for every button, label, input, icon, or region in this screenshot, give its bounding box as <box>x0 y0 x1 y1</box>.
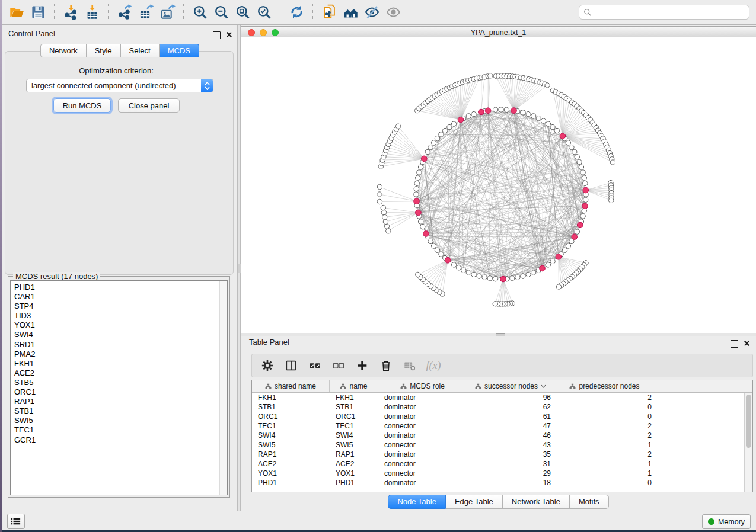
import-network-icon[interactable] <box>60 2 81 23</box>
table-row[interactable]: FKH1FKH1dominator962 <box>252 393 752 402</box>
mcds-result-box: MCDS result (17 nodes) PHD1CAR1STP4TID3Y… <box>8 276 230 498</box>
header-filler <box>655 380 752 392</box>
column-header-predecessor-nodes[interactable]: predecessor nodes <box>554 380 655 392</box>
mcds-result-item[interactable]: STP4 <box>11 302 227 311</box>
export-table-icon[interactable] <box>135 2 157 23</box>
mcds-result-item[interactable]: GCR1 <box>11 435 227 445</box>
mcds-result-item[interactable]: PMA2 <box>11 350 227 359</box>
mcds-result-item[interactable]: YOX1 <box>11 321 227 330</box>
table-cell: 46 <box>467 431 554 440</box>
network-view-window: YPA_prune.txt_1 <box>241 25 756 333</box>
network-view-titlebar[interactable]: YPA_prune.txt_1 <box>241 26 756 37</box>
first-neighbors-icon[interactable] <box>340 2 361 23</box>
column-header-shared-name[interactable]: shared name <box>252 380 330 392</box>
table-cell: 2 <box>554 431 655 440</box>
table-cell: 1 <box>554 469 655 477</box>
table-scrollbar[interactable] <box>744 393 752 492</box>
table-row[interactable]: YOX1YOX1connector291 <box>252 469 752 478</box>
toolbar-separator <box>183 4 184 21</box>
scrollbar-thumb[interactable] <box>746 395 751 448</box>
tab-select[interactable]: Select <box>121 44 160 57</box>
mcds-result-item[interactable]: TEC1 <box>11 425 227 435</box>
table-row[interactable]: STB1STB1dominator620 <box>252 402 752 412</box>
table-row[interactable]: ORC1ORC1dominator610 <box>252 412 752 421</box>
zoom-fit-icon[interactable] <box>232 2 253 23</box>
table-row[interactable]: PHD1PHD1dominator180 <box>252 478 752 488</box>
tab-style[interactable]: Style <box>87 44 121 57</box>
zoom-out-icon[interactable] <box>210 2 232 23</box>
zoom-selected-icon[interactable] <box>253 2 275 23</box>
column-header-successor-nodes[interactable]: successor nodes <box>467 380 554 392</box>
zoom-in-icon[interactable] <box>189 2 210 23</box>
network-canvas[interactable] <box>241 37 756 333</box>
column-header-label: shared name <box>275 382 316 390</box>
mcds-result-item[interactable]: TID3 <box>11 311 227 321</box>
mcds-result-item[interactable]: SWI4 <box>11 330 227 339</box>
table-cell: 1 <box>554 441 655 449</box>
table-row[interactable]: ACE2ACE2connector311 <box>252 459 752 469</box>
network-graph[interactable] <box>241 37 756 333</box>
tab-edge-table[interactable]: Edge Table <box>446 495 503 509</box>
mcds-result-item[interactable]: STB5 <box>11 378 227 387</box>
export-network-icon[interactable] <box>114 2 135 23</box>
table-row[interactable]: RAP1RAP1dominator352 <box>252 450 752 459</box>
select-all-columns-icon[interactable] <box>304 356 326 375</box>
tab-network-table[interactable]: Network Table <box>503 495 570 509</box>
tab-mcds[interactable]: MCDS <box>160 44 199 57</box>
clone-network-icon[interactable] <box>318 2 340 23</box>
run-mcds-button[interactable]: Run MCDS <box>53 98 111 113</box>
mcds-result-item[interactable]: SRD1 <box>11 340 227 350</box>
close-panel-icon[interactable] <box>744 338 750 349</box>
show-panels-list-button[interactable] <box>7 514 25 529</box>
mcds-list-scrollbar[interactable] <box>219 281 227 495</box>
column-header-name[interactable]: name <box>330 380 378 392</box>
float-panel-icon[interactable] <box>213 31 221 39</box>
column-header-MCDS-role[interactable]: MCDS role <box>378 380 467 392</box>
mcds-result-item[interactable]: CAR1 <box>11 292 227 302</box>
create-column-icon[interactable] <box>352 356 373 375</box>
open-session-icon[interactable] <box>6 2 27 23</box>
table-cell: dominator <box>378 393 467 402</box>
hide-selected-icon[interactable] <box>361 2 382 23</box>
table-settings-gear-icon[interactable] <box>257 356 278 375</box>
tab-motifs[interactable]: Motifs <box>570 495 609 509</box>
table-cell: 31 <box>467 460 554 468</box>
sort-descending-icon <box>541 384 546 388</box>
column-header-label: name <box>349 382 367 390</box>
import-table-icon[interactable] <box>81 2 103 23</box>
show-column-panel-icon[interactable] <box>280 356 302 375</box>
mcds-result-item[interactable]: ORC1 <box>11 387 227 397</box>
table-cell: dominator <box>378 412 467 421</box>
tab-network[interactable]: Network <box>40 44 87 57</box>
export-image-icon[interactable] <box>157 2 178 23</box>
memory-button[interactable]: Memory <box>702 514 751 529</box>
save-session-icon[interactable] <box>27 2 49 23</box>
mcds-result-item[interactable]: PHD1 <box>11 283 227 292</box>
close-panel-button[interactable]: Close panel <box>118 98 180 113</box>
tab-node-table[interactable]: Node Table <box>388 495 446 509</box>
mcds-result-item[interactable]: STB1 <box>11 406 227 416</box>
table-cell: 18 <box>467 479 554 487</box>
show-all-icon[interactable] <box>382 2 404 23</box>
table-row[interactable]: SWI4SWI4dominator462 <box>252 431 752 440</box>
delete-column-trash-icon[interactable] <box>375 356 397 375</box>
mcds-result-item[interactable]: ACE2 <box>11 368 227 378</box>
mcds-result-item[interactable]: SWI5 <box>11 416 227 425</box>
toolbar-separator <box>280 4 280 21</box>
float-panel-icon[interactable] <box>731 340 738 348</box>
table-row[interactable]: SWI5SWI5connector431 <box>252 440 752 450</box>
mcds-result-item[interactable]: RAP1 <box>11 397 227 406</box>
table-cell: SWI5 <box>330 441 378 449</box>
mcds-result-list[interactable]: PHD1CAR1STP4TID3YOX1SWI4SRD1PMA2FKH1ACE2… <box>10 280 228 495</box>
mcds-result-item[interactable]: FKH1 <box>11 359 227 368</box>
search-input[interactable] <box>592 5 749 20</box>
table-cell: 1 <box>554 460 655 468</box>
delete-table-icon-disabled <box>399 356 420 375</box>
table-cell: connector <box>378 469 467 477</box>
close-panel-icon[interactable] <box>226 30 232 40</box>
refresh-icon[interactable] <box>286 2 307 23</box>
table-row[interactable]: TEC1TEC1connector472 <box>252 421 752 431</box>
optimization-criterion-select[interactable]: largest connected component (undirected) <box>26 79 213 92</box>
unselect-all-columns-icon[interactable] <box>328 356 349 375</box>
search-field[interactable] <box>579 5 749 20</box>
